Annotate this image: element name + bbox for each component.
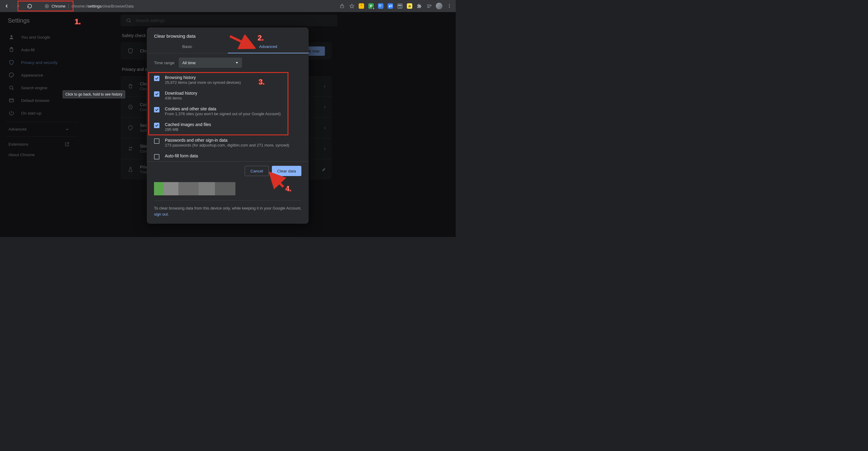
svg-line-20 <box>272 175 283 187</box>
reading-list-icon[interactable] <box>426 3 432 9</box>
dialog-title: Clear browsing data <box>147 27 309 40</box>
profile-avatar[interactable] <box>436 3 442 9</box>
extensions-puzzle-icon[interactable] <box>416 3 422 9</box>
svg-rect-2 <box>341 6 344 8</box>
annotation-number-2: 2. <box>258 34 264 42</box>
annotation-arrow-4 <box>268 172 286 190</box>
redacted-account-area <box>154 182 236 196</box>
option-passwords[interactable]: Passwords and other sign-in data273 pass… <box>154 135 301 150</box>
extension-icon-2[interactable]: P0 <box>368 3 374 9</box>
kebab-menu-icon[interactable] <box>447 3 452 9</box>
option-autofill[interactable]: Auto-fill form data <box>154 150 301 160</box>
extension-icon-6[interactable]: n <box>407 3 412 9</box>
annotation-box-3 <box>148 72 288 136</box>
dialog-footer-text: To clear browsing data from this device … <box>154 205 301 217</box>
annotation-arrow-2 <box>228 35 255 51</box>
bookmark-star-icon[interactable] <box>349 3 354 9</box>
dropdown-triangle-icon <box>236 61 239 64</box>
svg-line-18 <box>230 36 252 47</box>
sign-out-link[interactable]: sign out <box>154 212 168 216</box>
annotation-number-3: 3. <box>258 78 265 86</box>
annotation-number-4: 4. <box>285 184 291 193</box>
share-icon[interactable] <box>339 3 345 9</box>
svg-point-4 <box>449 6 450 7</box>
tab-basic[interactable]: Basic <box>147 40 228 53</box>
annotation-box-1 <box>18 1 73 11</box>
browser-toolbar: Chrome | chrome://settings/clearBrowserD… <box>0 0 456 12</box>
svg-point-3 <box>449 4 450 5</box>
back-button[interactable] <box>2 2 11 10</box>
extension-icon-4[interactable]: 🏷 <box>388 3 393 9</box>
annotation-number-1: 1. <box>75 18 81 26</box>
time-range-label: Time range <box>154 61 175 65</box>
checkbox[interactable] <box>154 154 159 159</box>
svg-point-5 <box>449 7 450 8</box>
toolbar-actions: ’ P0 🔍 🏷 📷 n <box>339 3 453 9</box>
cancel-button[interactable]: Cancel <box>245 166 269 176</box>
extension-icon-3[interactable]: 🔍 <box>378 3 383 9</box>
checkbox[interactable] <box>154 139 159 144</box>
time-range-select[interactable]: All time <box>179 58 242 68</box>
extension-icon-5[interactable]: 📷 <box>397 3 403 9</box>
back-button-tooltip: Click to go back, hold to see history <box>63 90 125 98</box>
addr-url: chrome://settings/clearBrowserData <box>71 4 133 8</box>
extension-icon-1[interactable]: ’ <box>359 3 364 9</box>
